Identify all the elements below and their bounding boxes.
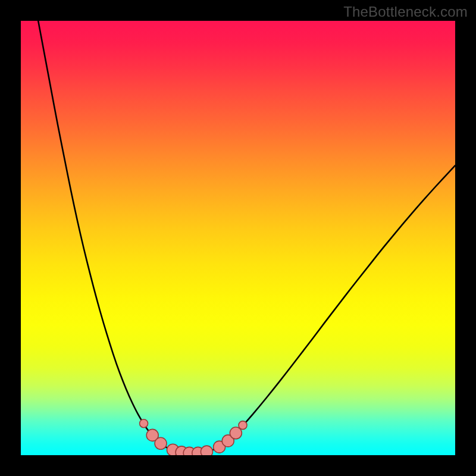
curve-markers [140, 419, 247, 455]
watermark-text: TheBottleneck.com [343, 4, 468, 20]
data-marker [140, 419, 148, 428]
data-marker [201, 446, 212, 455]
chart-frame: TheBottleneck.com [0, 0, 476, 476]
bottleneck-curve [38, 21, 455, 453]
data-marker [155, 437, 167, 449]
data-marker [239, 421, 247, 430]
chart-svg [21, 21, 455, 455]
